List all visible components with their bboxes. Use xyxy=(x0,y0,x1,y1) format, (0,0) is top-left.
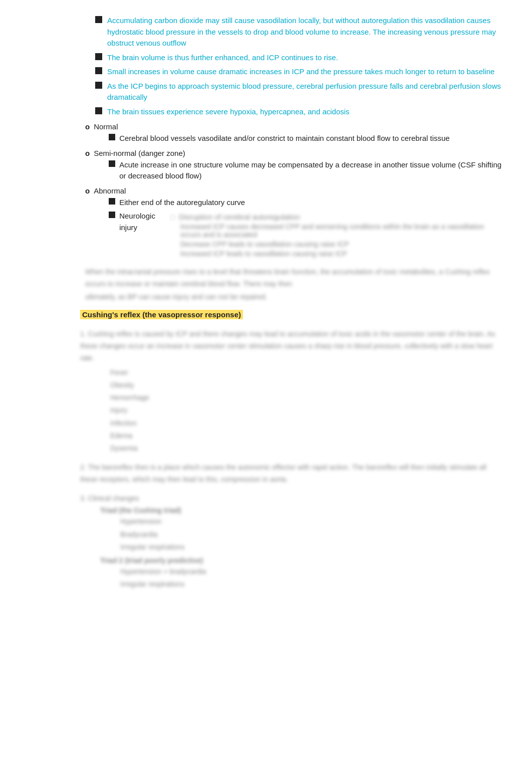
bullet-square-icon xyxy=(109,212,115,218)
bullet-text: As the ICP begins to approach systemic b… xyxy=(107,81,502,103)
bullet-square-icon xyxy=(95,107,102,114)
section-3-label: 3. Clinical changes xyxy=(80,493,502,505)
bullet-square-icon xyxy=(95,82,102,89)
triad-1-item-2: Bradycardia xyxy=(120,528,502,541)
list-item: Small increases in volume cause dramatic… xyxy=(80,66,502,78)
list-item: Neurologic injury □ Disruption of cerebr… xyxy=(109,211,502,258)
semi-normal-sub-list: Acute increase in one structure volume m… xyxy=(94,159,502,182)
top-bullet-list: Accumulating carbon dioxide may still ca… xyxy=(80,15,502,117)
sub-item-edema: Edema xyxy=(110,430,502,442)
sub-item-injury: Injury xyxy=(110,404,502,417)
triad-2-label: Triad 2 (triad poorly predictive) xyxy=(100,556,502,564)
blurred-item: □ Disruption of cerebral autoregulation xyxy=(170,213,502,221)
highlighted-heading: Cushing's reflex (the vasopressor respon… xyxy=(80,310,243,319)
blurred-paragraph-1: When the intracranial pressure rises to … xyxy=(80,266,502,303)
blurred-text: Increased ICP leads to vasodilation caus… xyxy=(180,250,502,258)
o-list: o Normal Cerebral blood vessels vasodila… xyxy=(80,122,502,260)
sub-item-hemorrhage: Hemorrhage xyxy=(110,392,502,404)
triad-2-block: Triad 2 (triad poorly predictive) Hypert… xyxy=(100,556,502,591)
list-item: As the ICP begins to approach systemic b… xyxy=(80,81,502,103)
section-3-details: Triad (the Cushing triad) Hypertension B… xyxy=(80,506,502,591)
o-bullet-semi-normal: o xyxy=(85,149,90,157)
blurred-text: Decrease CPP leads to vasodilation causi… xyxy=(180,240,502,248)
triad-1-block: Triad (the Cushing triad) Hypertension B… xyxy=(100,506,502,553)
neurologic-injury-details: □ Disruption of cerebral autoregulation … xyxy=(155,213,502,258)
numbered-section-3: 3. Clinical changes Triad (the Cushing t… xyxy=(80,493,502,591)
section-1-text: 1. Cushing reflex is caused by ICP and t… xyxy=(80,328,502,364)
bullet-text: Accumulating carbon dioxide may still ca… xyxy=(107,15,502,49)
triad-2-items: Hypertension + bradycardia Irregular res… xyxy=(100,565,502,591)
blurred-para-text: When the intracranial pressure rises to … xyxy=(85,266,502,290)
o-list-item-normal: o Normal Cerebral blood vessels vasodila… xyxy=(80,122,502,147)
triad-1-item-3: Irregular respirations xyxy=(120,541,502,553)
bullet-square-icon xyxy=(95,67,102,74)
o-label-abnormal: Abnormal xyxy=(94,186,126,195)
sub-item-obesity: Obesity xyxy=(110,379,502,392)
bullet-square-icon xyxy=(109,160,115,167)
abnormal-sub-list: Either end of the autoregulatory curve N… xyxy=(94,197,502,258)
list-item: Accumulating carbon dioxide may still ca… xyxy=(80,15,502,49)
o-label-normal: Normal xyxy=(94,122,118,131)
o-bullet-abnormal: o xyxy=(85,186,90,195)
sub-item-dysemia: Dysemia xyxy=(110,442,502,455)
triad-1-item-1: Hypertension xyxy=(120,515,502,528)
triad-1-items: Hypertension Bradycardia Irregular respi… xyxy=(100,515,502,553)
o-label-semi-normal: Semi-normal (danger zone) xyxy=(94,149,185,157)
o-bullet-normal: o xyxy=(85,122,90,131)
bullet-text: Either end of the autoregulatory curve xyxy=(119,197,502,209)
bullet-text: Neurologic injury xyxy=(119,211,155,233)
sub-item-infection: Infection xyxy=(110,417,502,430)
numbered-section-1: 1. Cushing reflex is caused by ICP and t… xyxy=(80,328,502,455)
numbered-section-2: 2. The baroreflex then is a place which … xyxy=(80,462,502,486)
list-item: Either end of the autoregulatory curve xyxy=(109,197,502,209)
blurred-para-text-2: ultimately, as BP can cause injury and c… xyxy=(85,291,502,303)
bullet-text: The brain volume is thus further enhance… xyxy=(107,52,502,64)
bullet-text: Acute increase in one structure volume m… xyxy=(119,159,502,182)
list-item: The brain volume is thus further enhance… xyxy=(80,52,502,64)
sub-item-fever: Fever xyxy=(110,366,502,379)
list-item: Cerebral blood vessels vasodilate and/or… xyxy=(109,133,502,144)
triad-2-item-2: Irregular respirations xyxy=(120,578,502,591)
section-2-text: 2. The baroreflex then is a place which … xyxy=(80,462,502,486)
o-list-item-abnormal: o Abnormal Either end of the autoregulat… xyxy=(80,186,502,261)
bullet-square-icon xyxy=(95,16,102,23)
section-1-sub-items: Fever Obesity Hemorrhage Injury Infectio… xyxy=(80,366,502,455)
bullet-square-icon xyxy=(95,53,102,60)
bullet-square-icon xyxy=(109,198,115,205)
blurred-text: Increased ICP causes decreased CPP and w… xyxy=(180,223,502,239)
bullet-square-icon xyxy=(109,134,115,140)
triad-1-label: Triad (the Cushing triad) xyxy=(100,506,502,514)
bullet-text: The brain tissues experience severe hypo… xyxy=(107,106,502,118)
bullet-text: Cerebral blood vessels vasodilate and/or… xyxy=(119,133,502,144)
blurred-text: Disruption of cerebral autoregulation xyxy=(179,213,300,221)
triad-2-item-1: Hypertension + bradycardia xyxy=(120,565,502,578)
list-item: Acute increase in one structure volume m… xyxy=(109,159,502,182)
o-list-item-semi-normal: o Semi-normal (danger zone) Acute increa… xyxy=(80,149,502,184)
normal-sub-list: Cerebral blood vessels vasodilate and/or… xyxy=(94,133,502,144)
highlighted-heading-container: Cushing's reflex (the vasopressor respon… xyxy=(80,310,502,323)
list-item: The brain tissues experience severe hypo… xyxy=(80,106,502,118)
main-content: Accumulating carbon dioxide may still ca… xyxy=(30,15,502,591)
bullet-text: Small increases in volume cause dramatic… xyxy=(107,66,502,78)
blurred-sub-details: Increased ICP causes decreased CPP and w… xyxy=(170,223,502,258)
